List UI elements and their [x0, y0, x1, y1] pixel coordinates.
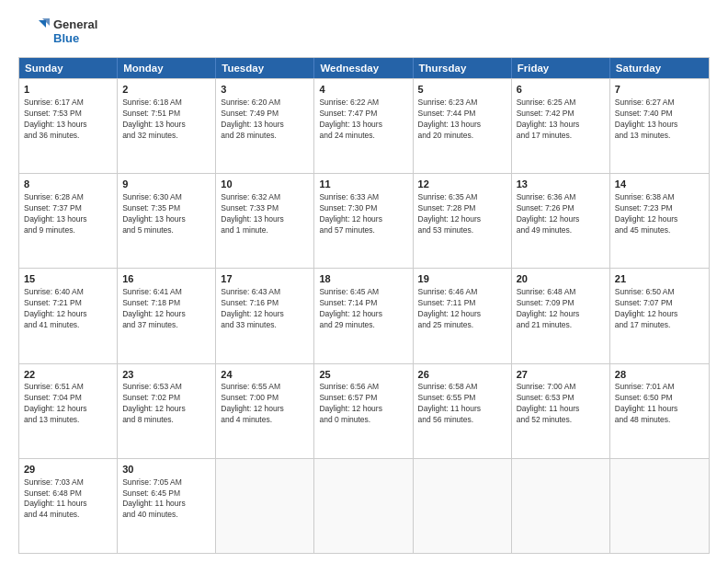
day-1: 1Sunrise: 6:17 AMSunset: 7:53 PMDaylight…	[19, 79, 118, 173]
day-number-22: 22	[24, 368, 112, 382]
day-number-18: 18	[319, 272, 407, 286]
header-day-saturday: Saturday	[610, 58, 709, 78]
header-day-wednesday: Wednesday	[314, 58, 413, 78]
day-5: 5Sunrise: 6:23 AMSunset: 7:44 PMDaylight…	[414, 79, 512, 173]
day-number-19: 19	[418, 272, 506, 286]
day-number-15: 15	[24, 272, 112, 286]
day-8: 8Sunrise: 6:28 AMSunset: 7:37 PMDaylight…	[19, 174, 118, 268]
day-info-16: Sunrise: 6:41 AMSunset: 7:18 PMDaylight:…	[122, 287, 210, 331]
day-number-20: 20	[517, 272, 605, 286]
day-number-8: 8	[24, 178, 112, 191]
header-day-tuesday: Tuesday	[216, 58, 314, 78]
day-info-30: Sunrise: 7:05 AMSunset: 6:45 PMDaylight:…	[122, 477, 210, 522]
day-3: 3Sunrise: 6:20 AMSunset: 7:49 PMDaylight…	[216, 79, 314, 173]
day-number-30: 30	[122, 463, 210, 477]
day-info-29: Sunrise: 7:03 AMSunset: 6:48 PMDaylight:…	[24, 477, 112, 522]
day-info-1: Sunrise: 6:17 AMSunset: 7:53 PMDaylight:…	[24, 98, 112, 142]
day-info-25: Sunrise: 6:56 AMSunset: 6:57 PMDaylight:…	[319, 382, 407, 426]
day-number-26: 26	[418, 368, 506, 382]
day-info-22: Sunrise: 6:51 AMSunset: 7:04 PMDaylight:…	[24, 382, 112, 426]
day-info-5: Sunrise: 6:23 AMSunset: 7:44 PMDaylight:…	[418, 98, 506, 142]
day-number-13: 13	[517, 178, 605, 191]
day-19: 19Sunrise: 6:46 AMSunset: 7:11 PMDayligh…	[414, 269, 512, 362]
day-12: 12Sunrise: 6:35 AMSunset: 7:28 PMDayligh…	[414, 174, 512, 268]
day-info-21: Sunrise: 6:50 AMSunset: 7:07 PMDaylight:…	[615, 287, 704, 331]
day-15: 15Sunrise: 6:40 AMSunset: 7:21 PMDayligh…	[19, 269, 118, 362]
empty-cell	[512, 459, 610, 553]
day-info-18: Sunrise: 6:45 AMSunset: 7:14 PMDaylight:…	[319, 287, 407, 331]
header-day-thursday: Thursday	[414, 58, 512, 78]
day-info-10: Sunrise: 6:32 AMSunset: 7:33 PMDaylight:…	[221, 192, 309, 236]
day-4: 4Sunrise: 6:22 AMSunset: 7:47 PMDaylight…	[314, 79, 413, 173]
day-24: 24Sunrise: 6:55 AMSunset: 7:00 PMDayligh…	[216, 364, 314, 458]
day-number-16: 16	[122, 272, 210, 286]
day-number-25: 25	[319, 368, 407, 382]
day-info-6: Sunrise: 6:25 AMSunset: 7:42 PMDaylight:…	[517, 98, 605, 142]
day-info-11: Sunrise: 6:33 AMSunset: 7:30 PMDaylight:…	[319, 192, 407, 236]
logo-icon	[18, 17, 50, 48]
day-info-14: Sunrise: 6:38 AMSunset: 7:23 PMDaylight:…	[615, 192, 704, 236]
day-info-7: Sunrise: 6:27 AMSunset: 7:40 PMDaylight:…	[615, 98, 704, 142]
day-info-28: Sunrise: 7:01 AMSunset: 6:50 PMDaylight:…	[615, 382, 704, 426]
day-number-10: 10	[221, 178, 309, 191]
day-7: 7Sunrise: 6:27 AMSunset: 7:40 PMDaylight…	[610, 79, 709, 173]
logo-blue: Blue	[53, 32, 97, 46]
day-number-7: 7	[615, 83, 704, 97]
day-info-24: Sunrise: 6:55 AMSunset: 7:00 PMDaylight:…	[221, 382, 309, 426]
day-21: 21Sunrise: 6:50 AMSunset: 7:07 PMDayligh…	[610, 269, 709, 362]
empty-cell	[414, 459, 512, 553]
day-info-4: Sunrise: 6:22 AMSunset: 7:47 PMDaylight:…	[319, 98, 407, 142]
day-number-9: 9	[122, 178, 210, 191]
day-9: 9Sunrise: 6:30 AMSunset: 7:35 PMDaylight…	[118, 174, 216, 268]
day-number-21: 21	[615, 272, 704, 286]
day-number-28: 28	[615, 368, 704, 382]
calendar-header: SundayMondayTuesdayWednesdayThursdayFrid…	[19, 58, 709, 78]
day-number-24: 24	[221, 368, 309, 382]
day-number-29: 29	[24, 463, 112, 477]
day-27: 27Sunrise: 7:00 AMSunset: 6:53 PMDayligh…	[512, 364, 610, 458]
day-info-15: Sunrise: 6:40 AMSunset: 7:21 PMDaylight:…	[24, 287, 112, 331]
page: General Blue SundayMondayTuesdayWednesda…	[0, 0, 728, 563]
day-number-17: 17	[221, 272, 309, 286]
week-row-4: 22Sunrise: 6:51 AMSunset: 7:04 PMDayligh…	[19, 363, 709, 458]
header-day-friday: Friday	[512, 58, 610, 78]
day-info-26: Sunrise: 6:58 AMSunset: 6:55 PMDaylight:…	[418, 382, 506, 426]
day-13: 13Sunrise: 6:36 AMSunset: 7:26 PMDayligh…	[512, 174, 610, 268]
day-info-9: Sunrise: 6:30 AMSunset: 7:35 PMDaylight:…	[122, 192, 210, 236]
calendar-body: 1Sunrise: 6:17 AMSunset: 7:53 PMDaylight…	[19, 78, 709, 553]
day-6: 6Sunrise: 6:25 AMSunset: 7:42 PMDaylight…	[512, 79, 610, 173]
day-info-17: Sunrise: 6:43 AMSunset: 7:16 PMDaylight:…	[221, 287, 309, 331]
day-info-19: Sunrise: 6:46 AMSunset: 7:11 PMDaylight:…	[418, 287, 506, 331]
logo-general: General	[53, 18, 97, 32]
day-number-14: 14	[615, 178, 704, 191]
week-row-2: 8Sunrise: 6:28 AMSunset: 7:37 PMDaylight…	[19, 173, 709, 268]
day-18: 18Sunrise: 6:45 AMSunset: 7:14 PMDayligh…	[314, 269, 413, 362]
day-10: 10Sunrise: 6:32 AMSunset: 7:33 PMDayligh…	[216, 174, 314, 268]
day-info-20: Sunrise: 6:48 AMSunset: 7:09 PMDaylight:…	[517, 287, 605, 331]
header-day-monday: Monday	[118, 58, 216, 78]
week-row-3: 15Sunrise: 6:40 AMSunset: 7:21 PMDayligh…	[19, 268, 709, 362]
day-number-2: 2	[122, 83, 210, 97]
empty-cell	[216, 459, 314, 553]
day-25: 25Sunrise: 6:56 AMSunset: 6:57 PMDayligh…	[314, 364, 413, 458]
day-2: 2Sunrise: 6:18 AMSunset: 7:51 PMDaylight…	[118, 79, 216, 173]
day-number-4: 4	[319, 83, 407, 97]
day-28: 28Sunrise: 7:01 AMSunset: 6:50 PMDayligh…	[610, 364, 709, 458]
header-day-sunday: Sunday	[19, 58, 118, 78]
day-number-27: 27	[517, 368, 605, 382]
day-number-5: 5	[418, 83, 506, 97]
day-info-8: Sunrise: 6:28 AMSunset: 7:37 PMDaylight:…	[24, 192, 112, 236]
day-22: 22Sunrise: 6:51 AMSunset: 7:04 PMDayligh…	[19, 364, 118, 458]
day-30: 30Sunrise: 7:05 AMSunset: 6:45 PMDayligh…	[118, 459, 216, 553]
day-number-1: 1	[24, 83, 112, 97]
empty-cell	[610, 459, 709, 553]
day-14: 14Sunrise: 6:38 AMSunset: 7:23 PMDayligh…	[610, 174, 709, 268]
day-23: 23Sunrise: 6:53 AMSunset: 7:02 PMDayligh…	[118, 364, 216, 458]
day-number-12: 12	[418, 178, 506, 191]
week-row-1: 1Sunrise: 6:17 AMSunset: 7:53 PMDaylight…	[19, 78, 709, 173]
day-info-27: Sunrise: 7:00 AMSunset: 6:53 PMDaylight:…	[517, 382, 605, 426]
day-29: 29Sunrise: 7:03 AMSunset: 6:48 PMDayligh…	[19, 459, 118, 553]
day-number-23: 23	[122, 368, 210, 382]
day-number-6: 6	[517, 83, 605, 97]
day-17: 17Sunrise: 6:43 AMSunset: 7:16 PMDayligh…	[216, 269, 314, 362]
